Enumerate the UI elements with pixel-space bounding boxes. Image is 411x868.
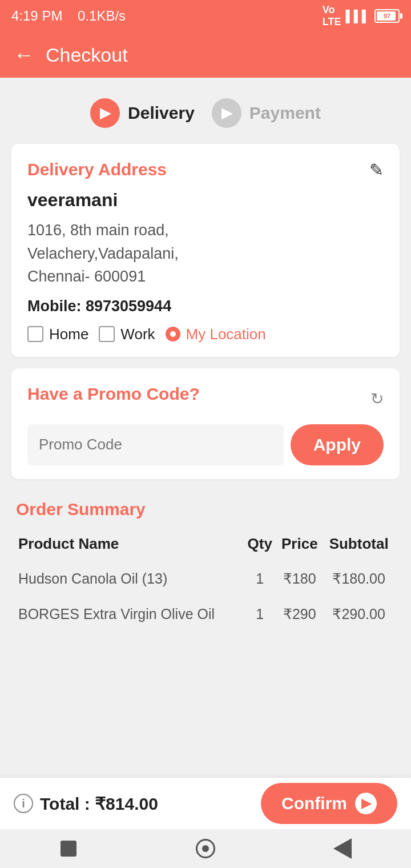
address-name: veeramani [27,190,384,211]
address-types: Home Work My Location [27,326,384,343]
address-header: Delivery Address ✎ [27,160,384,190]
total-info: i Total : ₹814.00 [14,794,158,814]
main-content: Delivery Address ✎ veeramani 1016, 8th m… [0,144,411,746]
qty-cell: 1 [243,561,276,596]
status-bar: 4:19 PM 0.1KB/s VoLTE ▌▌▌ 97 [0,0,411,32]
promo-code-input[interactable] [27,424,284,465]
promo-input-row: Apply [27,424,384,465]
nav-triangle-icon [333,838,352,859]
nav-square-icon [61,841,76,857]
product-name-cell: Hudson Canola Oil (13) [16,561,243,596]
col-subtotal: Subtotal [323,531,395,561]
total-amount: Total : ₹814.00 [40,794,158,814]
header: ← Checkout [0,32,411,78]
my-location-label: My Location [186,326,266,343]
delivery-address-card: Delivery Address ✎ veeramani 1016, 8th m… [11,144,400,357]
order-summary-section: Order Summary Product Name Qty Price Sub… [0,491,411,643]
edit-address-button[interactable]: ✎ [369,160,384,180]
nav-home-button[interactable] [194,837,217,860]
confirm-label: Confirm [281,794,347,813]
mobile-number: Mobile: 8973059944 [27,298,384,315]
info-icon[interactable]: i [14,794,33,813]
step-delivery[interactable]: ▶ Delivery [90,98,195,128]
home-type-option[interactable]: Home [27,326,88,343]
price-cell: ₹290 [276,596,323,632]
home-label: Home [49,326,88,343]
status-network: 0.1KB/s [78,8,126,23]
home-checkbox[interactable] [27,326,43,342]
order-table: Product Name Qty Price Subtotal Hudson C… [16,531,395,632]
bottom-bar: i Total : ₹814.00 Confirm ▶ [0,778,411,829]
col-product-name: Product Name [16,531,243,561]
status-time: 4:19 PM [11,8,62,23]
nav-back-button[interactable] [331,837,354,860]
address-text: 1016, 8th main road,Velachery,Vadapalani… [27,219,384,288]
apply-promo-button[interactable]: Apply [291,424,384,465]
nav-bar [0,829,411,868]
price-cell: ₹180 [276,561,323,596]
step-payment[interactable]: ▶ Payment [212,98,321,128]
volte-icon: VoLTE [323,4,341,28]
back-button[interactable]: ← [14,43,34,67]
work-type-option[interactable]: Work [99,326,155,343]
status-time-network: 4:19 PM 0.1KB/s [11,8,126,24]
checkout-steps: ▶ Delivery ▶ Payment [0,78,411,144]
my-location-button[interactable]: My Location [166,326,266,343]
order-table-header: Product Name Qty Price Subtotal [16,531,395,561]
table-row: Hudson Canola Oil (13) 1 ₹180 ₹180.00 [16,561,395,596]
qty-cell: 1 [243,596,276,632]
signal-icon: ▌▌▌ [345,10,370,23]
status-right: VoLTE ▌▌▌ 97 [323,4,400,28]
refresh-promo-button[interactable]: ↻ [370,389,384,408]
battery-icon: 97 [374,9,400,23]
subtotal-cell: ₹180.00 [323,561,395,596]
product-name-cell: BORGES Extra Virgin Olive Oil [16,596,243,632]
col-price: Price [276,531,323,561]
payment-step-label: Payment [249,103,321,123]
work-checkbox[interactable] [99,326,115,342]
table-row: BORGES Extra Virgin Olive Oil 1 ₹290 ₹29… [16,596,395,632]
confirm-arrow-icon: ▶ [355,793,377,814]
header-title: Checkout [46,44,128,66]
nav-square-button[interactable] [57,837,80,860]
delivery-step-label: Delivery [128,103,195,123]
col-qty: Qty [243,531,276,561]
delivery-step-icon: ▶ [90,98,120,128]
confirm-button[interactable]: Confirm ▶ [261,783,397,824]
promo-code-card: Have a Promo Code? ↻ Apply [11,368,400,479]
order-summary-title: Order Summary [16,500,395,519]
location-dot-icon [166,327,180,341]
work-label: Work [120,326,155,343]
promo-title: Have a Promo Code? [27,384,200,404]
delivery-address-title: Delivery Address [27,160,167,179]
promo-header: Have a Promo Code? ↻ [27,384,384,414]
nav-circle-icon [196,839,215,858]
payment-step-icon: ▶ [212,98,241,128]
subtotal-cell: ₹290.00 [323,596,395,632]
